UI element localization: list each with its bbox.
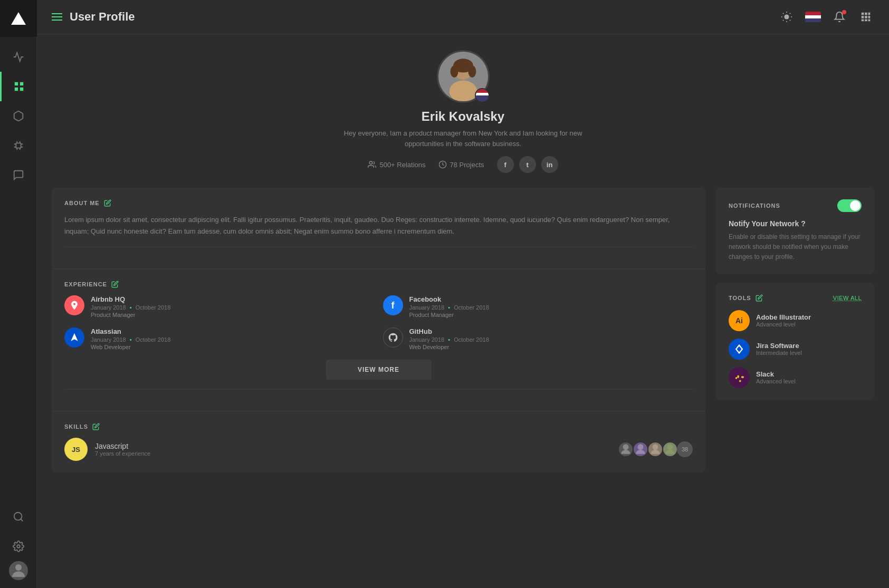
airbnb-logo xyxy=(64,295,84,315)
sidebar-item-settings[interactable] xyxy=(0,532,36,561)
svg-rect-0 xyxy=(15,82,18,85)
github-dates: January 2018 • October 2018 xyxy=(409,336,693,343)
notifications-header: NOTIFICATIONS xyxy=(729,199,862,212)
tools-edit-icon[interactable] xyxy=(756,294,763,302)
experience-section: EXPERIENCE Airbnb HQ January 2018 • Octo… xyxy=(52,269,705,411)
gear-icon xyxy=(13,541,24,552)
apps-icon[interactable] xyxy=(857,8,874,25)
chip-icon xyxy=(13,140,24,151)
jira-logo xyxy=(729,339,750,360)
app-logo[interactable] xyxy=(0,0,37,37)
apps-grid-icon xyxy=(860,11,872,23)
about-title: ABOUT ME xyxy=(64,200,100,206)
profile-avatar-wrapper xyxy=(437,50,490,103)
svg-line-6 xyxy=(21,519,23,521)
sidebar-bottom xyxy=(9,561,28,588)
atlassian-info: Atlassian January 2018 • October 2018 We… xyxy=(91,327,375,350)
theme-icon[interactable] xyxy=(778,8,795,25)
profile-header: Erik Kovalsky Hey everyone, Iam a produc… xyxy=(52,50,874,173)
facebook-logo: f xyxy=(383,295,403,315)
profile-bio: Hey everyone, Iam a product manager from… xyxy=(331,128,595,149)
us-flag-small xyxy=(476,89,489,102)
skill-name: Javascript xyxy=(95,442,610,450)
svg-point-40 xyxy=(667,444,673,450)
airbnb-dates: January 2018 • October 2018 xyxy=(91,304,375,311)
svg-point-7 xyxy=(17,545,20,548)
menu-icon[interactable] xyxy=(52,13,62,21)
notification-dot xyxy=(842,10,846,14)
tool-slack: Slack Advanced level xyxy=(729,367,862,388)
endorser-4 xyxy=(662,441,678,457)
illustrator-info: Adobe Illustrator Advanced level xyxy=(756,313,811,327)
svg-rect-23 xyxy=(868,16,871,18)
exp-atlassian: Atlassian January 2018 • October 2018 We… xyxy=(64,327,375,350)
atlassian-icon xyxy=(69,332,80,343)
sidebar-item-chip[interactable] xyxy=(0,131,36,160)
jira-icon xyxy=(733,343,745,355)
sidebar-item-activity[interactable] xyxy=(0,42,36,72)
profile-stats: 500+ Relations 78 Projects f t in xyxy=(52,156,874,173)
svg-rect-2 xyxy=(15,88,18,91)
svg-rect-24 xyxy=(862,20,864,22)
sidebar xyxy=(0,0,37,588)
github-logo xyxy=(383,327,403,348)
twitter-link[interactable]: t xyxy=(519,156,536,173)
experience-edit-icon[interactable] xyxy=(111,281,119,288)
tools-card: TOOLS VIEW ALL Ai Adobe Illustrator Adva… xyxy=(716,283,874,400)
sun-icon xyxy=(781,11,792,23)
about-divider xyxy=(64,247,693,247)
about-edit-icon[interactable] xyxy=(104,199,111,207)
svg-point-39 xyxy=(653,444,658,450)
view-more-button[interactable]: VIEW MORE xyxy=(326,360,432,380)
illustrator-level: Advanced level xyxy=(756,321,811,327)
experience-title: EXPERIENCE xyxy=(64,281,107,287)
exp-facebook: f Facebook January 2018 • October 2018 P… xyxy=(383,295,693,318)
exp-airbnb: Airbnb HQ January 2018 • October 2018 Pr… xyxy=(64,295,375,318)
facebook-link[interactable]: f xyxy=(497,156,514,173)
two-column-layout: ABOUT ME Lorem ipsum dolor sit amet, con… xyxy=(52,188,874,473)
atlassian-company: Atlassian xyxy=(91,327,375,335)
airbnb-info: Airbnb HQ January 2018 • October 2018 Pr… xyxy=(91,295,375,318)
svg-rect-19 xyxy=(865,13,867,15)
about-header: ABOUT ME xyxy=(64,199,693,207)
profile-flag xyxy=(475,88,490,103)
jira-info: Jira Software Intermediate level xyxy=(756,342,802,356)
notification-bell[interactable] xyxy=(831,8,848,25)
jira-level: Intermediate level xyxy=(756,350,802,356)
tool-illustrator: Ai Adobe Illustrator Advanced level xyxy=(729,310,862,331)
skill-experience: 7 years of experience xyxy=(95,450,610,457)
facebook-company: Facebook xyxy=(409,295,693,303)
sidebar-item-chat[interactable] xyxy=(0,160,36,190)
us-flag-icon xyxy=(805,12,821,22)
github-company: GitHub xyxy=(409,327,693,335)
svg-rect-22 xyxy=(865,16,867,18)
sidebar-item-search[interactable] xyxy=(0,502,36,532)
notify-network-desc: Enable or disable this setting to manage… xyxy=(729,232,862,263)
illustrator-logo: Ai xyxy=(729,310,750,331)
notifications-toggle[interactable] xyxy=(837,199,862,212)
endorser-1 xyxy=(618,441,634,457)
language-flag[interactable] xyxy=(805,8,821,25)
activity-icon xyxy=(13,51,24,63)
slack-name: Slack xyxy=(756,370,796,378)
sidebar-item-box[interactable] xyxy=(0,101,36,131)
svg-line-12 xyxy=(783,13,783,14)
airbnb-role: Product Manager xyxy=(91,312,375,318)
atlassian-dates: January 2018 • October 2018 xyxy=(91,336,375,343)
user-avatar-small[interactable] xyxy=(9,561,28,580)
sidebar-item-dashboard[interactable] xyxy=(0,72,36,101)
svg-rect-4 xyxy=(16,143,21,148)
slack-info: Slack Advanced level xyxy=(756,370,796,384)
endorser-avatar-2-icon xyxy=(634,441,647,457)
svg-marker-36 xyxy=(71,333,78,341)
skills-header: SKILLS xyxy=(64,423,693,430)
skill-javascript: JS Javascript 7 years of experience xyxy=(64,438,693,461)
toggle-knob xyxy=(850,200,861,211)
linkedin-link[interactable]: in xyxy=(541,156,558,173)
experience-divider xyxy=(64,389,693,390)
svg-rect-21 xyxy=(862,16,864,18)
view-all-link[interactable]: VIEW ALL xyxy=(833,295,862,301)
endorser-count: 38 xyxy=(677,441,693,457)
github-icon xyxy=(388,332,398,343)
skills-edit-icon[interactable] xyxy=(92,423,100,430)
